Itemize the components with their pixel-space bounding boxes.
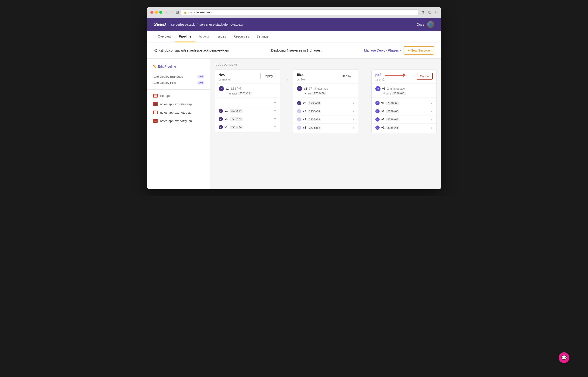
breadcrumb-repo[interactable]: serverless-stack-demo-ext-api bbox=[199, 23, 243, 26]
service-commit-pr2-3: 2738a68 bbox=[386, 126, 399, 130]
service-item-notes[interactable]: notes-app-ext-notes-api bbox=[147, 108, 210, 117]
service-commit-dev-3: 8501a24 bbox=[230, 126, 243, 129]
edit-pipeline-button[interactable]: ✏️ Edit Pipeline bbox=[147, 63, 210, 70]
service-version-like-0: v2 bbox=[303, 102, 306, 105]
tab-settings[interactable]: Settings bbox=[253, 31, 272, 42]
seed-logo[interactable]: SEED bbox=[154, 22, 167, 27]
address-bar[interactable]: 🔒 console.seed.run bbox=[181, 9, 418, 15]
service-row-like-2: ✓ v2 2738a68 ∨ bbox=[293, 116, 358, 124]
service-commit-like-2: 2738a68 bbox=[308, 118, 321, 121]
service-version-like-1: v2 bbox=[303, 110, 306, 113]
service-row-like-1: ✓ v2 2738a68 ∨ bbox=[293, 107, 358, 116]
service-row-dev-0: — ∨ bbox=[215, 99, 280, 107]
expand-btn-dev-3[interactable]: ∨ bbox=[274, 126, 276, 129]
deploy-gear-pr2: ⚙ bbox=[375, 86, 381, 91]
stage-label: DEVELOPMENT bbox=[215, 63, 436, 66]
services-in-stage-like: ✓ v2 2738a68 ∨ ✓ bbox=[293, 98, 358, 133]
service-item-like-api[interactable]: like-api bbox=[147, 92, 210, 100]
expand-btn-dev-0[interactable]: ∨ bbox=[274, 101, 276, 105]
header-left: SEED › serverless-stack / serverless-sta… bbox=[154, 22, 243, 27]
back-button[interactable]: ‹ bbox=[165, 10, 169, 15]
service-gear-pr2-2: ⚙ bbox=[375, 117, 380, 121]
deploy-button-like[interactable]: Deploy bbox=[339, 73, 354, 79]
expand-btn-pr2-0[interactable]: ∨ bbox=[431, 102, 433, 105]
tab-issues[interactable]: Issues bbox=[213, 31, 230, 42]
service-row-pr2-1: ⚙ v1 2738a68 ∨ bbox=[372, 107, 436, 116]
services-in-stage-pr2: ⚙ v1 2738a68 ∨ ⚙ bbox=[372, 98, 436, 133]
close-dot[interactable] bbox=[150, 11, 153, 14]
deploy-branch-like: like bbox=[308, 92, 312, 95]
stage-branch-dev: ⎇ master bbox=[219, 78, 231, 81]
auto-deploy-branches-label: Auto-Deploy Branches bbox=[153, 75, 183, 78]
avatar[interactable]: 👤 bbox=[427, 21, 434, 28]
services-list: like-api notes-app-ext-billing-api bbox=[147, 90, 210, 125]
service-row-pr2-2: ⚙ v1 2738a68 ∨ bbox=[372, 116, 436, 124]
tab-resources[interactable]: Resources bbox=[230, 31, 253, 42]
maximize-dot[interactable] bbox=[159, 11, 162, 14]
service-version-dev-1: v1 bbox=[225, 109, 228, 112]
deploy-time-dev: 1:32 PM bbox=[231, 87, 241, 90]
service-commit-pr2-0: 2738a68 bbox=[386, 102, 399, 105]
expand-btn-dev-2[interactable]: ∨ bbox=[274, 117, 276, 121]
deploy-button-dev[interactable]: Deploy bbox=[260, 73, 276, 79]
tab-icon[interactable]: ⊡ bbox=[176, 10, 179, 14]
service-check-like-2: ✓ bbox=[297, 117, 301, 121]
stage-branch-like: ⎇ like bbox=[297, 78, 305, 81]
copy-button[interactable]: ⧉ bbox=[427, 10, 432, 15]
url-text: console.seed.run bbox=[188, 11, 212, 14]
new-service-button[interactable]: + New Service bbox=[404, 46, 434, 55]
app-header: SEED › serverless-stack / serverless-sta… bbox=[147, 18, 441, 31]
phase-count: 3 phases. bbox=[307, 48, 322, 52]
tab-activity[interactable]: Activity bbox=[195, 31, 213, 42]
service-item-notify[interactable]: notes-app-ext-notify-job bbox=[147, 117, 210, 125]
plus-icon: + bbox=[408, 48, 410, 52]
branch-icon-pr2: ⎇ bbox=[375, 78, 378, 81]
service-version-dev-3: v1 bbox=[225, 126, 228, 129]
service-commit-dev-1: 8501a24 bbox=[230, 109, 243, 113]
service-gear-pr2-3: ⚙ bbox=[375, 126, 380, 130]
cancel-button-pr2[interactable]: Cancel bbox=[417, 73, 432, 80]
stage-like: like ⎇ like Deploy bbox=[293, 69, 358, 133]
expand-btn-pr2-3[interactable]: ∨ bbox=[431, 126, 433, 129]
stage-card-pr2-header: pr2 ⎇ pr#2 bbox=[372, 70, 436, 84]
service-check-like-0: ✓ bbox=[297, 101, 301, 105]
service-version-pr2-2: v1 bbox=[381, 118, 384, 121]
manage-deploy-phases-link[interactable]: Manage Deploy Phases › bbox=[364, 48, 401, 52]
expand-btn-dev-1[interactable]: ∨ bbox=[274, 109, 276, 112]
deploying-text: Deploying bbox=[271, 48, 286, 52]
breadcrumb-org[interactable]: serverless-stack bbox=[171, 23, 195, 26]
deploy-check-dev: ✓ bbox=[219, 86, 224, 91]
expand-btn-like-0[interactable]: ∨ bbox=[352, 102, 354, 105]
expand-btn-pr2-2[interactable]: ∨ bbox=[431, 118, 433, 121]
stages-row: dev ⎇ master Deploy bbox=[215, 69, 436, 133]
lock-icon: 🔒 bbox=[184, 11, 187, 14]
minimize-dot[interactable] bbox=[155, 11, 158, 14]
service-item-billing[interactable]: notes-app-ext-billing-api bbox=[147, 100, 210, 108]
service-check-dev-1: ✓ bbox=[219, 109, 223, 113]
tab-pipeline[interactable]: Pipeline bbox=[175, 31, 195, 42]
service-version-pr2-0: v1 bbox=[381, 102, 384, 105]
forward-button[interactable]: › bbox=[170, 10, 173, 15]
expand-btn-like-1[interactable]: ∨ bbox=[352, 110, 354, 113]
expand-btn-like-3[interactable]: ∨ bbox=[352, 126, 354, 129]
service-check-like-1: ✓ bbox=[297, 109, 301, 113]
pencil-icon: ✏️ bbox=[153, 65, 157, 68]
branch-icon-dev: ⎇ bbox=[219, 78, 222, 81]
stage-title-like: like bbox=[297, 73, 305, 77]
docs-link[interactable]: Docs bbox=[417, 23, 424, 26]
share-button[interactable]: ⬆ bbox=[421, 10, 426, 15]
service-version-pr2-1: v1 bbox=[381, 110, 384, 113]
repo-link[interactable]: github.com/jayair/serverless-stack-demo-… bbox=[159, 48, 229, 52]
tab-overview[interactable]: Overview bbox=[154, 31, 175, 42]
service-version-pr2-3: v1 bbox=[381, 126, 384, 129]
auto-deploy-prs-value: ON bbox=[197, 81, 204, 84]
deploy-time-pr2: 2 minutes ago bbox=[387, 87, 405, 90]
expand-btn-pr2-1[interactable]: ∨ bbox=[431, 110, 433, 113]
service-name-like-api: like-api bbox=[160, 94, 170, 97]
service-row-dev-3: ✓ v1 8501a24 ∨ bbox=[215, 123, 280, 131]
stage-dev: dev ⎇ master Deploy bbox=[215, 69, 280, 133]
service-commit-like-1: 2738a68 bbox=[308, 110, 321, 113]
expand-btn-like-2[interactable]: ∨ bbox=[352, 118, 354, 121]
new-tab-button[interactable]: + bbox=[434, 10, 438, 15]
service-version-like-2: v2 bbox=[303, 118, 306, 121]
